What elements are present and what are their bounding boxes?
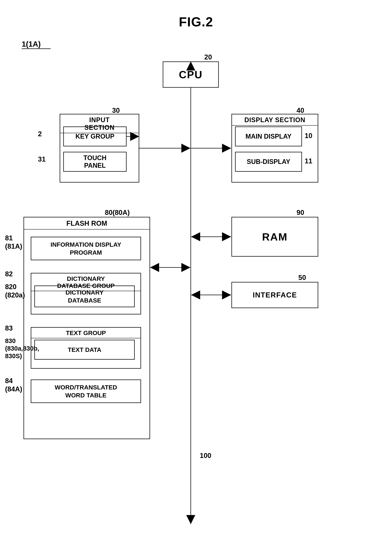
text-data-label: TEXT DATA [68, 346, 101, 353]
ref-10: 10 [305, 132, 312, 140]
ref-82: 82 [5, 270, 13, 278]
ref-31: 31 [38, 155, 46, 163]
svg-marker-13 [191, 232, 200, 241]
svg-marker-11 [150, 263, 159, 272]
diagram-label: 1(1A) [22, 40, 41, 48]
ram-box: RAM [231, 217, 318, 257]
sub-display-label: SUB-DISPLAY [247, 158, 290, 166]
ref-2: 2 [38, 130, 42, 138]
ref-81: 81(81A) [5, 234, 22, 250]
display-section-box: DISPLAY SECTION [231, 114, 318, 183]
text-group-title: TEXT GROUP [31, 328, 140, 338]
info-prog-box: INFORMATION DISPLAYPROGRAM [31, 237, 141, 260]
figure-title: FIG.2 [179, 14, 213, 29]
ref-90: 90 [297, 209, 304, 217]
ref-11: 11 [305, 157, 312, 165]
ram-label: RAM [262, 231, 288, 243]
svg-marker-1 [186, 515, 195, 524]
svg-marker-8 [222, 144, 231, 153]
ref-84: 84(84A) [5, 377, 22, 393]
interface-label: INTERFACE [253, 291, 297, 299]
key-group-box: KEY GROUP [63, 126, 126, 146]
diagram-label-underline [22, 48, 51, 49]
text-data-box: TEXT DATA [34, 340, 135, 360]
ref-20: 20 [204, 53, 212, 61]
dict-db-label: DICTIONARYDATABASE [65, 288, 103, 304]
svg-marker-16 [191, 290, 200, 300]
ref-830: 830(830a,830b,830S) [5, 337, 39, 360]
flash-rom-title: FLASH ROM [24, 217, 149, 230]
ref-50: 50 [298, 274, 306, 282]
ref-80: 80(80A) [105, 209, 130, 217]
display-section-title: DISPLAY SECTION [232, 114, 318, 126]
info-prog-label: INFORMATION DISPLAYPROGRAM [51, 240, 121, 256]
cpu-label: CPU [179, 69, 202, 81]
word-table-box: WORD/TRANSLATEDWORD TABLE [31, 379, 141, 403]
svg-marker-14 [222, 232, 231, 241]
bus-ref: 100 [200, 452, 211, 460]
ref-40: 40 [297, 107, 304, 114]
ref-30: 30 [112, 107, 120, 114]
main-display-box: MAIN DISPLAY [235, 126, 302, 146]
word-table-label: WORD/TRANSLATEDWORD TABLE [55, 383, 117, 399]
input-section-box: INPUTSECTION [60, 114, 139, 183]
cpu-box: CPU [163, 61, 219, 88]
ref-83: 83 [5, 324, 13, 332]
interface-box: INTERFACE [231, 282, 318, 308]
svg-marker-17 [222, 290, 231, 300]
svg-marker-10 [181, 263, 190, 272]
ref-820: 820(820a) [5, 283, 25, 299]
svg-marker-4 [181, 144, 190, 153]
touch-panel-label: TOUCHPANEL [83, 154, 106, 169]
key-group-label: KEY GROUP [75, 133, 114, 140]
touch-panel-box: TOUCHPANEL [63, 152, 126, 172]
main-display-label: MAIN DISPLAY [246, 133, 292, 140]
dict-db-box: DICTIONARYDATABASE [34, 286, 135, 307]
sub-display-box: SUB-DISPLAY [235, 152, 302, 172]
